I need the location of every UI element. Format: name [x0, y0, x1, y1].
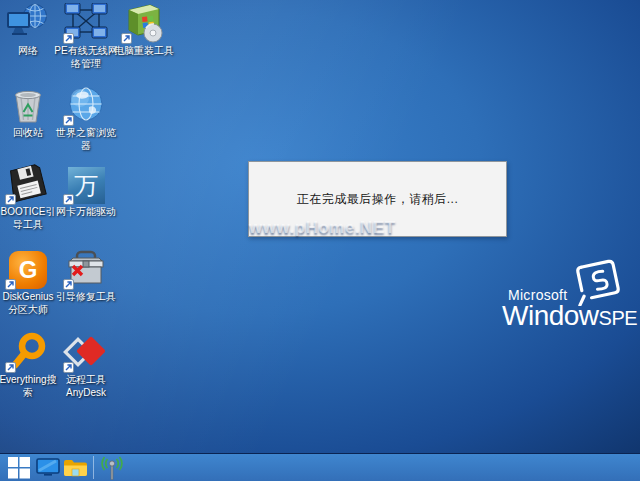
anydesk-diamond-icon — [62, 332, 110, 372]
desktop-icon-label: 远程工具 AnyDesk — [44, 374, 128, 399]
shortcut-arrow-icon — [5, 362, 16, 373]
taskbar — [0, 453, 640, 481]
shortcut-arrow-icon — [63, 279, 74, 290]
taskbar-separator — [93, 456, 94, 479]
wan-tile-icon: 万 — [62, 164, 110, 204]
wireless-signal-tray-icon[interactable] — [97, 454, 127, 481]
desktop-icon-label: 网卡万能驱动 — [44, 206, 128, 219]
shortcut-arrow-icon — [63, 362, 74, 373]
watermark-text: www.pHome.NET — [249, 218, 396, 238]
diskgenius-glyph: G — [19, 256, 38, 284]
shortcut-arrow-icon — [121, 33, 132, 44]
desktop-background: 网络 PE有线无线网 络管理 — [0, 0, 640, 481]
wan-glyph: 万 — [74, 170, 98, 202]
shortcut-arrow-icon — [63, 33, 74, 44]
folder-icon — [63, 458, 88, 478]
windows-pe-logo: Microsoft WindowSPE — [500, 256, 640, 336]
start-button[interactable] — [5, 454, 33, 481]
windows-pe-emblem-icon — [570, 256, 626, 306]
windows-start-icon — [8, 457, 30, 479]
shortcut-arrow-icon — [63, 115, 74, 126]
toolbox-repair-icon — [62, 249, 110, 289]
globe-browser-icon — [62, 85, 110, 125]
this-pc-button[interactable] — [35, 454, 61, 481]
desktop-icon-anydesk[interactable]: 远程工具 AnyDesk — [44, 332, 128, 399]
desktop-icon-label: 引导修复工具 — [44, 291, 128, 304]
file-explorer-button[interactable] — [62, 454, 89, 481]
desktop-icon-pc-reinstall-tool[interactable]: 电脑重装工具 — [102, 3, 186, 58]
progress-message: 正在完成最后操作，请稍后... — [297, 191, 459, 208]
monitor-icon — [36, 458, 60, 477]
software-box-cd-icon — [120, 3, 168, 43]
desktop-icon-world-window-browser[interactable]: 世界之窗浏览 器 — [44, 85, 128, 152]
antenna-signal-icon — [98, 455, 126, 480]
desktop-icon-label: 世界之窗浏览 器 — [44, 127, 128, 152]
desktop-icon-label: 电脑重装工具 — [102, 45, 186, 58]
desktop-icon-nic-universal-driver[interactable]: 万 网卡万能驱动 — [44, 164, 128, 219]
shortcut-arrow-icon — [5, 279, 16, 290]
shortcut-arrow-icon — [5, 194, 16, 205]
windowspe-wordmark: WindowSPE — [502, 300, 637, 332]
shortcut-arrow-icon — [63, 194, 74, 205]
desktop-icon-boot-repair[interactable]: 引导修复工具 — [44, 249, 128, 304]
